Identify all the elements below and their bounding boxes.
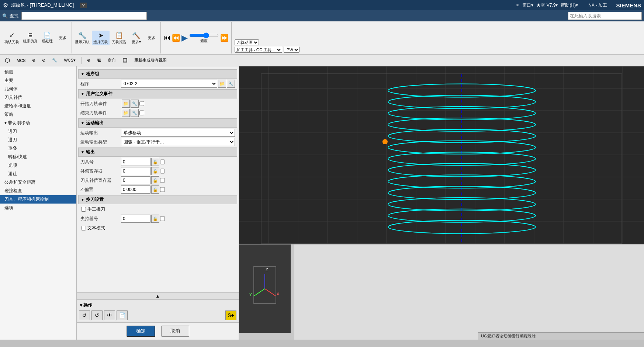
- sec-btn-5[interactable]: ⊕: [84, 57, 93, 64]
- postprocess-btn[interactable]: 📄 后处理: [40, 31, 55, 45]
- start-event-check[interactable]: [139, 100, 144, 108]
- z-offset-check[interactable]: [160, 185, 165, 194]
- nav-smooth[interactable]: 光顺: [0, 161, 76, 170]
- more2-btn[interactable]: 更多: [144, 35, 159, 41]
- tool-no-input[interactable]: [121, 158, 150, 166]
- ops-btn-1[interactable]: ↺: [79, 310, 90, 320]
- tool-no-lock[interactable]: 🔒: [151, 158, 159, 166]
- end-event-icon-1[interactable]: 📁: [122, 109, 130, 117]
- nav-collision[interactable]: 碰撞检查: [0, 187, 76, 195]
- section-user-events[interactable]: ▼ 用户定义事件: [78, 89, 237, 98]
- tool-more-btn[interactable]: 🔨 更多▾: [129, 31, 143, 45]
- section-arrow-2: ▼: [81, 92, 84, 96]
- section-program-group[interactable]: ▼ 程序组: [78, 69, 237, 79]
- ops-special-btn[interactable]: S+: [225, 310, 236, 320]
- nav-strategy[interactable]: 策略: [0, 110, 76, 119]
- bottom-strip: [239, 244, 644, 340]
- viewport[interactable]: UG爱好者论坛⑩爱好编程珠峰: [239, 66, 644, 340]
- perspective-btn[interactable]: ⬡: [2, 56, 13, 65]
- z-offset-lock[interactable]: 🔒: [151, 185, 159, 194]
- search-input[interactable]: [21, 12, 147, 20]
- tool-no-check[interactable]: [160, 158, 165, 166]
- section-motion-output[interactable]: ▼ 运动输出: [78, 118, 237, 128]
- cancel-button[interactable]: 取消: [161, 326, 189, 337]
- nav-transfer[interactable]: 转移/快速: [0, 153, 76, 161]
- prev-btn[interactable]: ⏪: [172, 34, 180, 42]
- select-tool-btn[interactable]: ➤ 选择刀轨: [92, 31, 110, 45]
- end-event-icon-2[interactable]: 🔧: [131, 109, 139, 117]
- nav-feed-speed[interactable]: 进给率和速度: [0, 102, 76, 110]
- nav-geometry[interactable]: 几何体: [0, 85, 76, 93]
- manual-change-check[interactable]: [81, 207, 86, 212]
- more1-btn[interactable]: 更多: [55, 35, 70, 41]
- play-btn[interactable]: ▶: [181, 33, 188, 43]
- sec-btn-6[interactable]: 🏗: [94, 57, 104, 64]
- tool-report-btn[interactable]: 📋 刀轨报告: [110, 31, 128, 45]
- sec-btn-1[interactable]: MCS: [14, 57, 28, 64]
- help-menu[interactable]: 帮助(H)▾: [561, 2, 578, 8]
- tool-comp-reg-input[interactable]: [121, 176, 150, 184]
- ops-btn-3[interactable]: 👁: [104, 310, 115, 320]
- z-offset-input[interactable]: [121, 185, 150, 194]
- verify-btn[interactable]: ✓ 确认刀轨: [3, 31, 21, 45]
- tool-comp-reg-lock[interactable]: 🔒: [151, 176, 159, 184]
- close-btn[interactable]: ✕: [516, 3, 519, 8]
- program-select[interactable]: 0702-2 0702-1 0702-3: [121, 80, 217, 88]
- ops-btn-2[interactable]: ↺: [91, 310, 103, 320]
- tool-select[interactable]: 加工工具 - GC 工具…: [235, 47, 282, 53]
- window-menu[interactable]: 窗口▾: [522, 2, 533, 8]
- program-icon-1[interactable]: 📁: [218, 80, 226, 88]
- motion-out-select[interactable]: 单步移动 连续移动: [121, 129, 235, 137]
- rewind-btn[interactable]: ⏮: [164, 34, 170, 42]
- nav-non-cut[interactable]: ▾ 非切削移动: [0, 119, 76, 127]
- holder-no-input[interactable]: [121, 215, 150, 223]
- speed-slider[interactable]: [189, 32, 219, 38]
- next-btn[interactable]: ⏩: [220, 34, 228, 42]
- nav-options[interactable]: 选项: [0, 204, 76, 212]
- sec-btn-3[interactable]: ⊙: [39, 57, 48, 64]
- text-mode-check[interactable]: [81, 226, 86, 230]
- nav-retract[interactable]: 退刀: [0, 136, 76, 144]
- wcs-btn[interactable]: WCS▾: [61, 57, 78, 64]
- nav-main[interactable]: 主要: [0, 76, 76, 85]
- tool-comp-reg-check[interactable]: [160, 176, 165, 184]
- bottom-view[interactable]: [294, 244, 644, 340]
- z-offset-label: Z 偏置: [80, 187, 121, 193]
- holder-no-check[interactable]: [160, 215, 165, 223]
- nav-tolerance[interactable]: 公差和安全距离: [0, 178, 76, 187]
- regen-btn[interactable]: 重新生成所有视图: [132, 56, 169, 64]
- end-event-check[interactable]: [139, 109, 144, 117]
- ipw-select[interactable]: IPW: [284, 47, 300, 53]
- help-btn[interactable]: ?: [80, 3, 87, 8]
- start-event-icon-1[interactable]: 📁: [122, 100, 130, 108]
- nav-predict[interactable]: 预测: [0, 68, 76, 76]
- mini-viewport[interactable]: [239, 244, 294, 340]
- sec-btn-2[interactable]: ⊕: [30, 57, 38, 64]
- sec-btn-4[interactable]: 🔧: [49, 57, 60, 64]
- display-tool-btn[interactable]: 🔧 显示刀轨: [73, 31, 91, 45]
- comp-reg-input[interactable]: [121, 167, 150, 175]
- motion-type-select[interactable]: 圆弧 - 垂直/平行于… 线性: [121, 138, 235, 146]
- global-search-input[interactable]: [568, 12, 642, 20]
- confirm-button[interactable]: 确定: [127, 326, 155, 337]
- star-menu[interactable]: ★空 V7.9▾: [536, 2, 558, 8]
- sec-btn-7[interactable]: 🔲: [120, 57, 130, 64]
- ops-btn-4[interactable]: 📄: [117, 310, 128, 320]
- nav-avoid[interactable]: 避让: [0, 170, 76, 178]
- scroll-down-icon[interactable]: ▲: [156, 294, 160, 299]
- section-arrow-5: ▼: [81, 198, 84, 202]
- orient-btn[interactable]: 定向: [105, 56, 118, 64]
- comp-reg-check[interactable]: [160, 167, 165, 175]
- simulate-btn[interactable]: 🖥 机床仿真: [21, 31, 39, 45]
- section-output[interactable]: ▼ 输出: [78, 148, 237, 157]
- start-event-icon-2[interactable]: 🔧: [131, 100, 139, 108]
- nav-machine-ctrl[interactable]: 刀具、程序和机床控制: [0, 195, 76, 204]
- comp-reg-lock[interactable]: 🔒: [151, 167, 159, 175]
- nav-overlap[interactable]: 重叠: [0, 144, 76, 153]
- holder-no-lock[interactable]: 🔒: [151, 215, 159, 223]
- anim-select[interactable]: 刀轨动画: [235, 39, 259, 45]
- section-tool-change[interactable]: ▼ 换刀设置: [78, 195, 237, 204]
- program-icon-2[interactable]: 🔧: [227, 80, 235, 88]
- nav-approach[interactable]: 进刀: [0, 127, 76, 136]
- nav-tool-comp[interactable]: 刀具补偿: [0, 93, 76, 102]
